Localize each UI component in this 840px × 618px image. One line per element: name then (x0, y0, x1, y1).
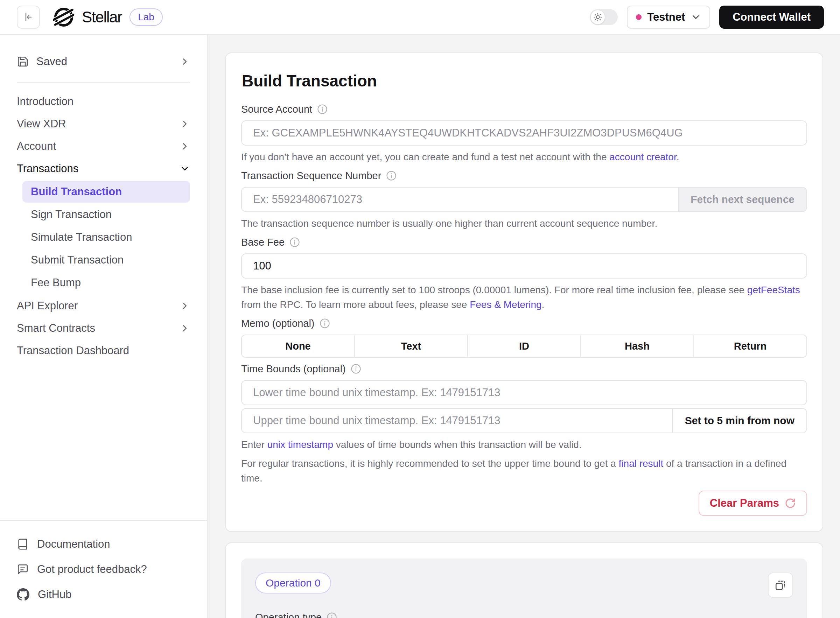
memo-tab-return[interactable]: Return (693, 335, 806, 357)
note-text: from the RPC. To learn more about fees, … (241, 299, 470, 310)
sidebar-footer: Documentation Got product feedback? GitH… (0, 520, 207, 618)
info-icon[interactable] (290, 237, 300, 247)
sidebar-item-label: Documentation (37, 538, 110, 550)
info-icon[interactable] (320, 318, 330, 328)
network-selector[interactable]: Testnet (627, 6, 710, 29)
chevron-down-icon (691, 12, 701, 22)
duplicate-icon (774, 579, 787, 591)
refresh-icon (785, 498, 796, 509)
info-icon[interactable] (351, 364, 361, 374)
account-creator-link[interactable]: account creator (610, 152, 676, 162)
sidebar-divider (17, 82, 190, 83)
sidebar-item-view-xdr[interactable]: View XDR (17, 113, 190, 135)
book-icon (17, 538, 29, 550)
sidebar-item-account[interactable]: Account (17, 135, 190, 157)
info-icon[interactable] (386, 171, 397, 181)
chevron-right-icon (180, 56, 190, 67)
sidebar-item-label: Submit Transaction (31, 254, 123, 266)
chevron-right-icon (180, 119, 190, 129)
chevron-down-icon (180, 163, 190, 174)
sidebar-item-label: GitHub (38, 588, 71, 601)
sidebar-item-label: API Explorer (17, 300, 78, 312)
sidebar-item-label: Transactions (17, 162, 79, 175)
memo-tab-id[interactable]: ID (467, 335, 580, 357)
sidebar-item-label: Simulate Transaction (31, 231, 132, 244)
base-fee-input[interactable] (241, 253, 807, 279)
info-icon[interactable] (327, 612, 337, 618)
get-fee-stats-link[interactable]: getFeeStats (747, 285, 800, 296)
memo-tab-hash[interactable]: Hash (580, 335, 693, 357)
brand-link[interactable]: Stellar Lab (53, 7, 163, 28)
time-bounds-label: Time Bounds (optional) (241, 363, 346, 375)
operation-panel: Operation 0 Operation type Select operat… (241, 559, 807, 618)
memo-type-tabs: None Text ID Hash Return (241, 334, 807, 358)
sidebar-item-label: Build Transaction (31, 186, 122, 198)
sidebar: Saved Introduction View XDR Account (0, 35, 208, 618)
sidebar-item-sign-transaction[interactable]: Sign Transaction (17, 204, 190, 225)
sidebar-item-label: Fee Bump (31, 276, 81, 289)
upper-time-bound-input[interactable] (242, 409, 672, 432)
clear-params-button[interactable]: Clear Params (699, 490, 807, 516)
sidebar-item-label: Transaction Dashboard (17, 344, 129, 357)
sidebar-item-transaction-dashboard[interactable]: Transaction Dashboard (17, 339, 190, 362)
network-name: Testnet (647, 11, 685, 24)
sidebar-item-build-transaction[interactable]: Build Transaction (22, 181, 190, 203)
sequence-number-note: The transaction sequence number is usual… (241, 216, 807, 231)
sequence-number-input[interactable] (242, 187, 678, 211)
sidebar-item-label: Introduction (17, 95, 73, 108)
sidebar-item-api-explorer[interactable]: API Explorer (17, 295, 190, 317)
source-account-field: Source Account If you don’t have an acco… (241, 103, 807, 165)
time-bounds-field: Time Bounds (optional) Set to 5 min from… (241, 362, 807, 486)
unix-timestamp-link[interactable]: unix timestamp (268, 439, 333, 450)
operations-card: Operation 0 Operation type Select operat… (225, 542, 823, 618)
sidebar-item-label: Smart Contracts (17, 322, 95, 334)
operation-type-label: Operation type (255, 612, 322, 618)
note-text: Enter (241, 439, 268, 450)
chevron-right-icon (180, 141, 190, 152)
sidebar-item-submit-transaction[interactable]: Submit Transaction (17, 249, 190, 271)
sidebar-item-github[interactable]: GitHub (17, 583, 190, 606)
sidebar-item-fee-bump[interactable]: Fee Bump (17, 272, 190, 294)
memo-tab-text[interactable]: Text (354, 335, 467, 357)
duplicate-operation-button[interactable] (768, 572, 793, 598)
note-text: If you don’t have an account yet, you ca… (241, 152, 610, 162)
connect-wallet-button[interactable]: Connect Wallet (719, 6, 824, 29)
top-bar: Stellar Lab Testnet Connect Wallet (0, 0, 840, 35)
sidebar-item-introduction[interactable]: Introduction (17, 90, 190, 113)
lab-badge: Lab (129, 8, 163, 26)
source-account-input[interactable] (241, 120, 807, 146)
memo-field: Memo (optional) None Text ID Hash Return (241, 317, 807, 358)
note-text: . (542, 299, 545, 310)
feedback-bubble-icon (17, 563, 29, 575)
sidebar-item-transactions[interactable]: Transactions (17, 157, 190, 180)
theme-toggle[interactable] (590, 9, 618, 25)
chevron-right-icon (180, 323, 190, 333)
sidebar-item-feedback[interactable]: Got product feedback? (17, 558, 190, 581)
collapse-sidebar-button[interactable] (17, 6, 40, 29)
source-account-note: If you don’t have an account yet, you ca… (241, 150, 807, 165)
memo-tab-none[interactable]: None (242, 335, 354, 357)
sidebar-item-saved[interactable]: Saved (17, 49, 190, 74)
note-text: For regular transactions, it is highly r… (241, 458, 619, 469)
sidebar-item-label: Got product feedback? (37, 563, 147, 576)
base-fee-label: Base Fee (241, 236, 284, 248)
fees-metering-link[interactable]: Fees & Metering (470, 299, 541, 310)
sidebar-item-smart-contracts[interactable]: Smart Contracts (17, 317, 190, 339)
chevron-right-icon (180, 301, 190, 311)
source-account-label: Source Account (241, 104, 312, 115)
note-text: . (676, 152, 679, 162)
info-icon[interactable] (317, 104, 328, 114)
fetch-next-sequence-button[interactable]: Fetch next sequence (678, 187, 806, 211)
time-bounds-note-2: For regular transactions, it is highly r… (241, 456, 807, 486)
base-fee-field: Base Fee The base inclusion fee is curre… (241, 236, 807, 312)
stellar-logo-icon (53, 7, 74, 28)
set-five-min-button[interactable]: Set to 5 min from now (672, 409, 806, 432)
note-text: values of time bounds when this transact… (333, 439, 582, 450)
operation-badge[interactable]: Operation 0 (255, 572, 331, 594)
sidebar-item-label: Account (17, 140, 56, 153)
lower-time-bound-input[interactable] (241, 380, 807, 405)
final-result-link[interactable]: final result (619, 458, 664, 469)
sidebar-item-simulate-transaction[interactable]: Simulate Transaction (17, 226, 190, 248)
network-status-dot (636, 14, 642, 20)
sidebar-item-documentation[interactable]: Documentation (17, 533, 190, 556)
